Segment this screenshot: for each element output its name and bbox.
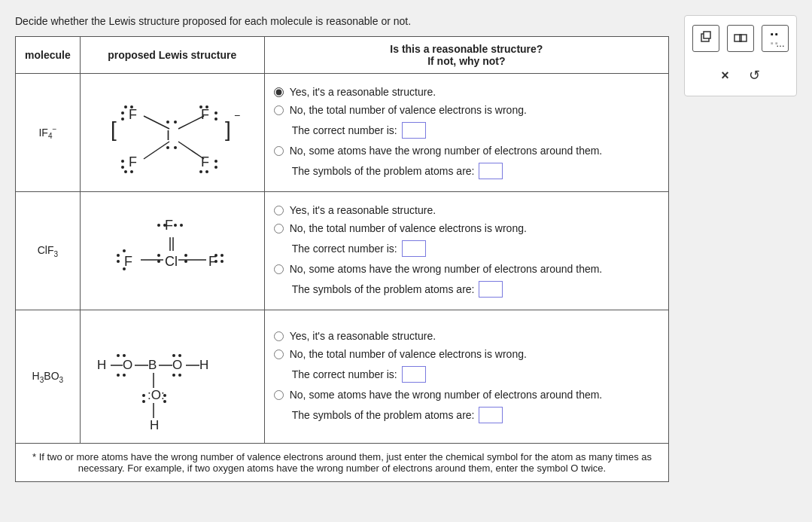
svg-line-11 (178, 142, 204, 159)
grid-button[interactable]: ▪▪ ▪▪ … (762, 25, 789, 52)
svg-point-41 (163, 224, 166, 227)
svg-point-48 (214, 254, 217, 257)
radio-wrong-count-clf3[interactable] (274, 224, 284, 234)
sub-item: The correct number is: (292, 366, 659, 383)
radio-label: No, the total number of valence electron… (290, 104, 527, 116)
correct-number-label: The correct number is: (292, 243, 397, 255)
radio-item[interactable]: No, some atoms have the wrong number of … (274, 263, 659, 275)
svg-point-17 (205, 105, 208, 108)
svg-point-29 (174, 121, 177, 124)
svg-text:O: O (172, 358, 182, 372)
radio-item[interactable]: Yes, it's a reasonable structure. (274, 330, 659, 342)
question-if4: Yes, it's a reasonable structure. No, th… (264, 74, 668, 192)
structure-header: proposed Lewis structure (80, 37, 264, 74)
radio-wrong-count-if4[interactable] (274, 105, 284, 115)
single-square-button[interactable] (692, 25, 719, 52)
svg-point-72 (178, 374, 181, 377)
correct-number-input-clf3[interactable] (402, 240, 426, 257)
svg-point-15 (121, 118, 124, 121)
svg-point-78 (142, 400, 145, 403)
sub-item: The symbols of the problem atoms are: (292, 163, 659, 179)
radio-wrong-count-h3bo3[interactable] (274, 350, 284, 359)
molecule-h3bo3: H3BO3 (16, 310, 81, 444)
svg-text:[: [ (111, 118, 117, 141)
table-row: ClF3 Cl F F F (16, 192, 669, 310)
radio-yes-clf3[interactable] (274, 206, 284, 215)
radio-wrong-electrons-if4[interactable] (274, 146, 284, 156)
molecule-clf3: ClF3 (16, 192, 81, 310)
toolbar-top-row: ▪▪ ▪▪ … (692, 25, 789, 52)
radio-label: No, some atoms have the wrong number of … (290, 145, 603, 157)
radio-wrong-electrons-h3bo3[interactable] (274, 390, 284, 400)
svg-point-27 (214, 166, 217, 169)
svg-point-70 (178, 354, 181, 357)
svg-text::O:: :O: (147, 388, 165, 402)
radio-item[interactable]: No, some atoms have the wrong number of … (274, 389, 659, 401)
correct-number-label: The correct number is: (292, 368, 397, 380)
radio-label: No, the total number of valence electron… (290, 222, 527, 234)
radio-item[interactable]: No, the total number of valence electron… (274, 222, 659, 234)
radio-item[interactable]: No, the total number of valence electron… (274, 348, 659, 360)
svg-text:F: F (201, 154, 209, 169)
radio-item[interactable]: No, some atoms have the wrong number of … (274, 145, 659, 157)
problem-atoms-label: The symbols of the problem atoms are: (292, 283, 475, 295)
svg-text:F: F (201, 107, 209, 122)
single-square-icon (698, 31, 713, 46)
svg-point-50 (220, 254, 224, 257)
svg-point-54 (184, 254, 187, 257)
svg-point-79 (163, 394, 166, 397)
svg-point-28 (166, 121, 169, 124)
svg-point-68 (123, 374, 126, 377)
svg-point-47 (123, 267, 126, 270)
close-button[interactable]: × (715, 65, 735, 87)
svg-text:H: H (150, 418, 159, 432)
undo-button[interactable]: ↺ (743, 64, 766, 87)
radio-yes-h3bo3[interactable] (274, 331, 284, 341)
structure-h3bo3: H O B O (80, 310, 264, 444)
grid-dots-text: … (776, 38, 786, 49)
toolbar-bottom-row: × ↺ (715, 64, 766, 87)
footnote-row: * If two or more atoms have the wrong nu… (16, 444, 669, 482)
radio-yes-if4[interactable] (274, 87, 284, 97)
svg-point-80 (163, 400, 166, 403)
problem-atoms-label: The symbols of the problem atoms are: (292, 165, 475, 177)
molecule-if4: IF4− (16, 74, 81, 192)
problem-atoms-input-clf3[interactable] (479, 281, 503, 298)
sub-item: The correct number is: (292, 122, 659, 139)
svg-line-10 (144, 142, 169, 159)
svg-line-9 (178, 116, 204, 129)
radio-item[interactable]: No, the total number of valence electron… (274, 104, 659, 116)
correct-number-input-if4[interactable] (402, 122, 426, 139)
question-header: Is this a reasonable structure? If not, … (264, 37, 668, 74)
two-squares-button[interactable] (727, 25, 754, 52)
svg-point-16 (199, 105, 202, 108)
svg-point-44 (117, 254, 120, 257)
svg-text:B: B (148, 358, 157, 372)
svg-point-65 (117, 354, 120, 357)
svg-text:H: H (199, 358, 208, 372)
radio-wrong-electrons-clf3[interactable] (274, 264, 284, 274)
svg-point-42 (174, 224, 177, 227)
svg-point-45 (117, 260, 120, 263)
svg-point-26 (214, 160, 217, 163)
structure-if4: [ ] − I F F F (80, 74, 264, 192)
svg-text:F: F (124, 254, 132, 269)
svg-point-14 (121, 111, 124, 114)
svg-point-21 (130, 170, 133, 173)
table-row: H3BO3 H O (16, 310, 669, 444)
radio-item[interactable]: Yes, it's a reasonable structure. (274, 204, 659, 216)
problem-atoms-input-h3bo3[interactable] (479, 407, 503, 423)
svg-point-30 (166, 146, 169, 149)
correct-number-input-h3bo3[interactable] (402, 366, 426, 383)
radio-item[interactable]: Yes, it's a reasonable structure. (274, 86, 659, 98)
main-table: molecule proposed Lewis structure Is thi… (15, 36, 669, 482)
h3bo3-structure-svg: H O B O (90, 316, 255, 437)
svg-point-71 (172, 374, 175, 377)
problem-atoms-input-if4[interactable] (479, 163, 503, 179)
molecule-header: molecule (16, 37, 81, 74)
svg-text:F: F (129, 107, 137, 122)
svg-point-55 (184, 260, 187, 263)
question-clf3: Yes, it's a reasonable structure. No, th… (264, 192, 668, 310)
svg-text:H: H (97, 358, 106, 372)
svg-point-31 (174, 146, 177, 149)
